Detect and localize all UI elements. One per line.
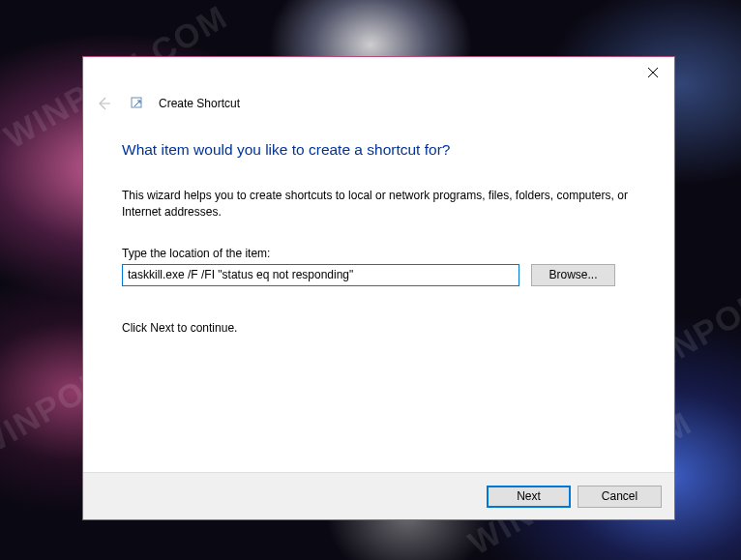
location-input[interactable] [122,264,519,286]
browse-button[interactable]: Browse... [531,264,615,286]
title-bar [83,57,674,87]
continue-text: Click Next to continue. [122,321,636,335]
wizard-footer: Next Cancel [83,472,674,519]
next-button[interactable]: Next [487,486,571,508]
close-button[interactable] [631,58,674,86]
wizard-helper-text: This wizard helps you to create shortcut… [122,188,636,221]
app-title: Create Shortcut [159,97,240,110]
shortcut-app-icon [130,96,145,111]
create-shortcut-wizard: Create Shortcut What item would you like… [82,56,675,520]
back-arrow-icon [96,96,111,111]
wizard-question: What item would you like to create a sho… [122,141,636,159]
header-row: Create Shortcut [83,87,674,120]
cancel-button[interactable]: Cancel [578,486,662,508]
location-row: Browse... [122,264,636,286]
location-label: Type the location of the item: [122,247,636,260]
back-button[interactable] [93,93,114,114]
wizard-content: What item would you like to create a sho… [83,120,674,472]
close-icon [648,68,658,77]
